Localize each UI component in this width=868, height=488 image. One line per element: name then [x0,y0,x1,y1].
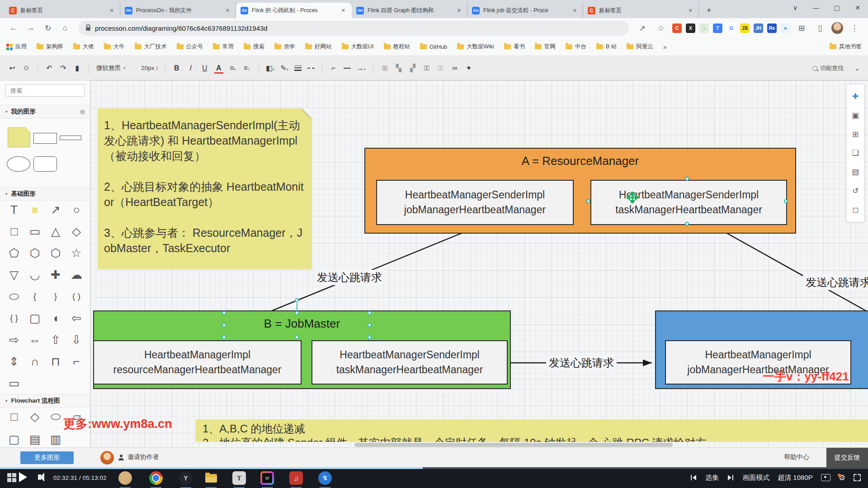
shape-sticky-note[interactable] [8,127,30,147]
section-flowchart[interactable]: ▾ Flowchart 流程图 [0,394,90,408]
selection-handle[interactable] [222,311,226,315]
bookmark-folder[interactable]: 常用 [213,43,234,51]
more-shapes-button[interactable]: 更多图形 [20,451,74,464]
connection-point[interactable] [685,177,689,181]
selection-handle[interactable] [368,335,372,339]
shape-item[interactable]: T [4,202,24,218]
canvas-tool-icon[interactable]: ◻ [852,205,859,215]
shape-item[interactable]: ⇩ [66,332,87,348]
screen-mode-button[interactable]: 画面模式 [742,474,769,482]
edge-label-send-heartbeat[interactable]: 发送心跳请求 [314,270,385,285]
next-episode-icon[interactable] [727,474,734,481]
extension-icon[interactable]: ↓ [699,23,709,33]
shape-item[interactable]: { } [4,310,24,326]
shape-item[interactable]: ⬡ [24,245,45,261]
hyperlink-icon[interactable]: ∞ [451,64,459,72]
bookmark-apps[interactable]: 应用 [6,43,27,51]
stepper-icons[interactable]: ▴▾ [156,66,158,71]
bookmark-folder[interactable]: 大厂技术 [135,43,167,51]
lock-icon[interactable]: ⚿ [423,64,431,72]
volume-icon[interactable] [38,474,41,480]
shape-rounded-rectangle[interactable] [33,156,57,172]
shape-ellipse[interactable] [7,156,30,172]
section-my-shapes[interactable]: ▾ 我的图形 ⊞ [0,105,90,118]
home-icon[interactable]: ⌂ [58,21,72,35]
episodes-button[interactable]: 选集 [705,474,719,482]
arrow-style-button[interactable]: →▾ [357,64,366,72]
shape-item[interactable]: ▥ [45,431,66,447]
bookmark-folder[interactable]: 好网站 [305,43,332,51]
shape-item[interactable]: ✚ [45,267,66,283]
shape-item[interactable]: ▭ [4,375,24,391]
text-align-button[interactable]: ≡▾ [229,64,237,72]
shape-item[interactable]: ⇨ [4,332,24,348]
window-close-button[interactable]: ✕ [847,4,868,11]
collaborator-avatar[interactable] [100,451,114,465]
edge-label-send-heartbeat[interactable]: 发送心跳请求 [803,275,868,290]
shape-item[interactable]: ∩ [24,353,45,370]
redo-icon[interactable]: ↷ [59,64,67,72]
bookmark-folder[interactable]: 教程站 [384,43,410,51]
bookmark-folder[interactable]: 中台 [566,43,586,51]
shape-item[interactable]: ⌐ [66,353,87,370]
shape-item[interactable]: { [24,288,45,305]
canvas-tool-icon[interactable]: ↺ [852,186,859,196]
new-tab-button[interactable]: + [703,4,715,17]
share-icon[interactable]: ➚ [635,21,650,35]
taskbar-app-y-icon[interactable]: Y [179,471,193,485]
extension-icon[interactable]: X [686,23,695,33]
tab-close-icon[interactable]: ✕ [224,7,231,14]
box-taskmanager-heartbeat-manager[interactable]: HeartbeatManagerSenderImpl taskManagerHe… [590,180,787,225]
bookmark-folder[interactable]: 大牛 [104,43,125,51]
selection-handle[interactable] [295,335,299,339]
feedback-button[interactable]: 提交反馈 [826,448,868,468]
shape-item[interactable]: □ [4,223,24,239]
connection-point[interactable] [784,199,788,203]
shape-item[interactable]: ⊓ [45,353,66,370]
browser-menu-icon[interactable]: ⋮ [847,21,862,35]
tab-close-icon[interactable]: ✕ [340,7,347,14]
back-to-files-icon[interactable]: ↩ [8,64,16,72]
extension-icon[interactable]: JS [740,23,750,33]
canvas-tool-icon[interactable]: ❏ [852,148,859,158]
reload-icon[interactable]: ↻ [41,21,55,35]
extension-icon[interactable]: C [672,23,682,33]
shape-item[interactable]: ⬭ [4,288,24,305]
extension-icon[interactable]: ➤ [781,23,790,33]
bookmark-folder[interactable]: 大佬 [73,43,94,51]
tab-close-icon[interactable]: ✕ [687,7,694,14]
extension-icon[interactable]: JH [754,23,763,33]
shape-item[interactable]: ▢ [4,431,24,447]
profile-avatar[interactable] [831,22,843,34]
bookmarks-overflow-icon[interactable]: » [663,43,667,51]
tab-close-icon[interactable]: ✕ [455,7,463,14]
shape-item[interactable]: ⇕ [4,353,24,370]
shape-item[interactable]: ■ [24,202,45,218]
shape-thin-bar[interactable] [60,136,81,140]
taskbar-typora-icon[interactable]: T [232,471,246,485]
url-field[interactable]: processon.com/diagraming/6076c64c6376891… [79,21,629,36]
forward-icon[interactable]: → [24,21,38,35]
browser-tab[interactable]: On ProcessOn - 我的文件 ✕ [120,3,236,18]
italic-button[interactable]: I [187,64,195,72]
browser-tab[interactable]: C 新标签页 ✕ [5,3,120,18]
send-backward-button[interactable]: ▞ [409,64,417,72]
bookmark-folder[interactable]: 官网 [535,43,556,51]
extension-icon[interactable]: T [713,23,722,33]
taskbar-intellij-icon[interactable]: IJ [260,471,274,485]
bookmark-folder[interactable]: 看书 [504,43,525,51]
quality-button[interactable]: 超清 1080P [778,474,813,482]
connection-point[interactable] [685,222,689,226]
shape-item[interactable]: ↗ [45,202,66,218]
bookmark-folder[interactable]: 阿里云 [627,43,653,51]
connector-style-button[interactable]: ⌐ [330,64,338,72]
shape-item[interactable]: ( ) [66,288,87,305]
edit-shapes-icon[interactable]: ⊞ [80,108,85,115]
line-dash-button[interactable] [307,68,315,69]
browser-tab[interactable]: On Flink 的 心跳机制 - Proces ✕ [236,3,352,18]
extension-icon[interactable]: Re [767,23,777,33]
extension-icon[interactable]: G [726,23,736,33]
bookmark-folder[interactable]: 架构师 [37,43,63,51]
shape-item[interactable]: ▭ [24,223,45,239]
bookmark-folder[interactable]: 奈学 [274,43,295,51]
